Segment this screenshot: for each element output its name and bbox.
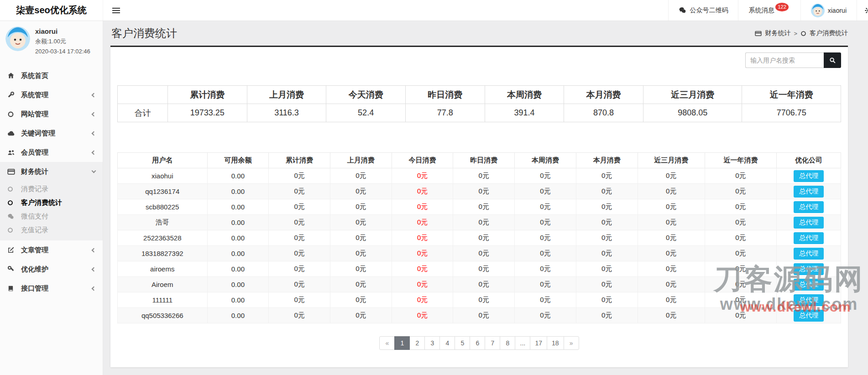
cell-value: 0元 xyxy=(453,230,515,246)
sidebar-item-system[interactable]: 系统管理 xyxy=(0,85,103,104)
cell-username: 111111 xyxy=(118,292,208,308)
table-body: xiaohui0.000元0元0元0元0元0元0元0元总代理qq12361740… xyxy=(118,168,841,323)
page-button[interactable]: 7 xyxy=(485,336,500,350)
sidebar-item-consume-records[interactable]: 消费记录 xyxy=(0,182,103,196)
search-input[interactable] xyxy=(745,52,824,68)
cell-value: 0元 xyxy=(705,168,776,184)
page-button[interactable]: 1 xyxy=(394,336,410,350)
agent-button[interactable]: 总代理 xyxy=(794,170,824,182)
agent-button[interactable]: 总代理 xyxy=(794,310,824,322)
wechat-icon xyxy=(679,6,686,14)
credit-card-icon xyxy=(755,30,762,37)
page-title: 客户消费统计 xyxy=(111,26,177,41)
page-button[interactable]: 4 xyxy=(439,336,455,350)
system-messages-item[interactable]: 系统消息 122 xyxy=(738,0,800,21)
next-button[interactable]: » xyxy=(564,336,579,350)
cell-value: 0.00 xyxy=(207,199,269,215)
cell-value: 0元 xyxy=(392,261,453,277)
cell-value: 0元 xyxy=(515,277,576,292)
summary-value: 77.8 xyxy=(405,104,485,122)
cell-value: 0.00 xyxy=(207,308,269,323)
agent-button[interactable]: 总代理 xyxy=(794,263,824,275)
content-area: 客户消费统计 财务统计 > 客户消费统计 xyxy=(103,21,868,375)
sidebar-menu: 系统首页 系统管理 网站管理 关键词管理 会员 xyxy=(0,66,103,298)
breadcrumb-page: 客户消费统计 xyxy=(810,29,848,37)
cell-value: 0元 xyxy=(515,230,576,246)
breadcrumb-section[interactable]: 财务统计 xyxy=(765,29,790,37)
settings-item[interactable] xyxy=(857,0,868,21)
agent-button[interactable]: 总代理 xyxy=(794,186,824,198)
summary-header: 本月消费 xyxy=(564,86,643,104)
sidebar-item-home[interactable]: 系统首页 xyxy=(0,66,103,85)
menu-toggle-button[interactable] xyxy=(103,0,129,21)
cell-username: qq1236174 xyxy=(118,184,208,199)
column-header: 本周消费 xyxy=(515,153,576,168)
cell-value: 0元 xyxy=(705,246,776,261)
page-button[interactable]: 5 xyxy=(455,336,470,350)
cell-value: 0元 xyxy=(576,308,638,323)
sidebar-item-label: 网站管理 xyxy=(21,110,48,119)
cell-value: 0元 xyxy=(705,184,776,199)
agent-button[interactable]: 总代理 xyxy=(794,294,824,306)
cell-value: 0元 xyxy=(269,246,330,261)
cell-value: 0元 xyxy=(705,199,776,215)
sidebar-item-label: 关键词管理 xyxy=(21,129,55,138)
summary-header: 今天消费 xyxy=(326,86,406,104)
sidebar-item-label: 财务统计 xyxy=(21,167,48,176)
cell-value: 0元 xyxy=(638,230,705,246)
cell-value: 0元 xyxy=(638,199,705,215)
agent-button[interactable]: 总代理 xyxy=(794,232,824,244)
table-row: 1111110.000元0元0元0元0元0元0元0元总代理 xyxy=(118,292,841,308)
cell-value: 0元 xyxy=(576,292,638,308)
sidebar-item-customer-consume-stats[interactable]: 客户消费统计 xyxy=(0,196,103,209)
sidebar-item-website[interactable]: 网站管理 xyxy=(0,104,103,124)
cell-username: 2522363528 xyxy=(118,230,208,246)
column-header: 今日消费 xyxy=(392,153,453,168)
search-button[interactable] xyxy=(824,52,841,68)
hamburger-icon xyxy=(112,10,120,11)
cell-value: 0元 xyxy=(392,199,453,215)
user-menu-item[interactable]: xiaorui xyxy=(800,0,857,21)
qr-code-label: 公众号二维码 xyxy=(690,6,728,15)
cell-value: 0元 xyxy=(638,168,705,184)
sidebar-item-members[interactable]: 会员管理 xyxy=(0,143,103,162)
sidebar-item-label: 文章管理 xyxy=(21,246,48,255)
cell-value: 0元 xyxy=(330,168,392,184)
avatar xyxy=(811,4,825,17)
cell-value: 0元 xyxy=(330,199,392,215)
cell-username: 18318827392 xyxy=(118,246,208,261)
cell-value: 0元 xyxy=(392,168,453,184)
column-header: 近一年消费 xyxy=(705,153,776,168)
agent-button[interactable]: 总代理 xyxy=(794,279,824,291)
page-button[interactable]: 3 xyxy=(424,336,440,350)
agent-button[interactable]: 总代理 xyxy=(794,217,824,229)
sidebar-item-optimize[interactable]: 优化维护 xyxy=(0,260,103,279)
submenu-item-label: 客户消费统计 xyxy=(21,198,62,207)
qr-code-item[interactable]: 公众号二维码 xyxy=(668,0,738,21)
table-row: Airoem0.000元0元0元0元0元0元0元0元总代理 xyxy=(118,277,841,292)
prev-button[interactable]: « xyxy=(379,336,395,350)
cell-value: 0元 xyxy=(515,246,576,261)
column-header: 上月消费 xyxy=(330,153,392,168)
page-button[interactable]: 17 xyxy=(530,336,547,350)
cell-value: 0元 xyxy=(330,261,392,277)
sidebar-item-finance[interactable]: 财务统计 xyxy=(0,162,103,181)
cell-value: 0元 xyxy=(392,246,453,261)
pagination: «12345678...1718» xyxy=(117,336,841,356)
cell-company: 总代理 xyxy=(776,246,841,261)
sidebar-item-articles[interactable]: 文章管理 xyxy=(0,240,103,260)
agent-button[interactable]: 总代理 xyxy=(794,248,824,260)
agent-button[interactable]: 总代理 xyxy=(794,201,824,213)
page-button[interactable]: 18 xyxy=(547,336,564,350)
page-button[interactable]: 6 xyxy=(470,336,485,350)
sidebar-item-recharge-records[interactable]: 充值记录 xyxy=(0,223,103,237)
page-button[interactable]: 2 xyxy=(409,336,425,350)
book-icon xyxy=(7,285,21,292)
table-row: xiaohui0.000元0元0元0元0元0元0元0元总代理 xyxy=(118,168,841,184)
sidebar-item-keywords[interactable]: 关键词管理 xyxy=(0,124,103,143)
cell-value: 0元 xyxy=(638,277,705,292)
sidebar-item-api[interactable]: 接口管理 xyxy=(0,279,103,298)
sidebar-item-wechat-pay[interactable]: 微信支付 xyxy=(0,209,103,223)
page-button[interactable]: 8 xyxy=(500,336,515,350)
cell-value: 0元 xyxy=(705,215,776,230)
